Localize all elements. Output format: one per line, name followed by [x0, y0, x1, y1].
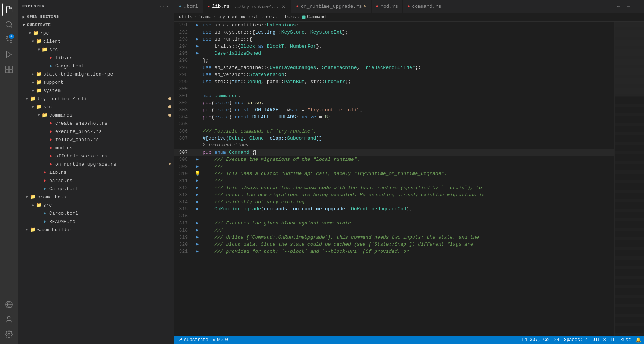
offchain-worker-label: offchain_worker.rs: [55, 153, 107, 159]
sidebar-item-cargo-try[interactable]: ▶ ● Cargo.toml: [18, 185, 174, 193]
source-control-icon[interactable]: 4: [2, 33, 16, 46]
support-label: support: [43, 80, 64, 85]
sidebar-item-system[interactable]: ▶ 📁 system: [18, 86, 174, 95]
sidebar-item-src-client[interactable]: ▼ 📁 src: [18, 45, 174, 54]
sidebar-item-cargo-client[interactable]: ▶ ● Cargo.toml: [18, 62, 174, 70]
open-editors-section[interactable]: ▶ OPEN EDITORS: [18, 13, 174, 21]
code-content-300: [201, 85, 614, 92]
sidebar-item-try-runtime[interactable]: ▼ 📁 try-runtime / cli: [18, 95, 174, 103]
sidebar-item-commands[interactable]: ▼ 📁 commands: [18, 111, 174, 119]
state-trie-label: state-trie-migration-rpc: [43, 71, 113, 77]
commands-label: commands: [49, 112, 72, 118]
code-line-321: 319 ▶ /// Unlike [`Command::OnRuntimeUpg…: [174, 234, 614, 241]
tab-mod-rs[interactable]: ● mod.rs: [372, 0, 403, 13]
breadcrumb-command[interactable]: Command: [307, 15, 326, 20]
sidebar-item-prometheus[interactable]: ▼ 📁 prometheus: [18, 193, 174, 201]
status-spaces[interactable]: Spaces: 4: [564, 337, 588, 343]
sidebar-item-state-trie[interactable]: ▶ 📁 state-trie-migration-rpc: [18, 70, 174, 78]
sidebar-item-parse-rs[interactable]: ▶ ● parse.rs: [18, 176, 174, 185]
line-num-294: 294: [174, 43, 194, 50]
cargo-client-label: Cargo.toml: [55, 63, 84, 69]
sidebar-item-src-prometheus[interactable]: ▶ 📁 src: [18, 201, 174, 209]
run-icon[interactable]: [2, 48, 16, 61]
breadcrumb-try-runtime[interactable]: try-runtime: [217, 15, 246, 20]
sidebar-item-follow-chain[interactable]: ▶ ● follow_chain.rs: [18, 136, 174, 144]
lightbulb-icon[interactable]: 💡: [195, 170, 201, 177]
line-num-310: 308: [174, 156, 194, 163]
gutter-295: ▶: [194, 50, 201, 57]
tab-on-runtime[interactable]: ● on_runtime_upgrade.rs M: [291, 0, 371, 13]
status-encoding[interactable]: UTF-8: [593, 337, 606, 343]
sidebar-item-lib-rs-client[interactable]: ▶ ● lib.rs: [18, 54, 174, 62]
lib-rs-tab-label: lib.rs: [212, 4, 230, 9]
split-editor-right-btn[interactable]: →: [624, 2, 633, 11]
lib-rs-client-icon: ●: [48, 55, 54, 61]
settings-icon[interactable]: [2, 328, 16, 341]
breadcrumb-frame[interactable]: frame: [198, 15, 211, 20]
extensions-icon[interactable]: [2, 63, 16, 76]
sidebar-item-on-runtime-upgrade[interactable]: ▶ ● on_runtime_upgrade.rs M: [18, 160, 174, 168]
breadcrumb-lib-rs[interactable]: lib.rs: [280, 15, 296, 20]
arrow-320: ▶: [196, 227, 199, 234]
sidebar: EXPLORER ··· ▶ OPEN EDITORS ▼ SUBSTRATE …: [18, 0, 174, 344]
status-language[interactable]: Rust: [620, 337, 631, 343]
sidebar-menu-button[interactable]: ···: [158, 3, 170, 10]
arrow-311: ▶: [196, 163, 199, 170]
code-line-322: 320 ▶ /// block data. Since the state co…: [174, 241, 614, 248]
sidebar-item-wasm-builder[interactable]: ▶ 📁 wasm-builder: [18, 226, 174, 234]
breadcrumb-src[interactable]: src: [266, 15, 274, 20]
sidebar-item-readme-prometheus[interactable]: ▶ ● README.md: [18, 217, 174, 226]
remote-icon[interactable]: [2, 298, 16, 311]
lib-rs-tab-close[interactable]: ✕: [281, 4, 287, 10]
breadcrumb-command-container: Command: [302, 15, 326, 20]
tab-lib-rs[interactable]: ● lib.rs .../try-runtime/... ✕: [203, 0, 292, 13]
account-icon[interactable]: [2, 313, 16, 326]
line-num-307: 307: [174, 135, 194, 142]
gutter-310: ▶: [194, 156, 201, 163]
status-errors[interactable]: ⊗ 0 ⚠ 0: [213, 337, 228, 343]
sidebar-item-execute-block[interactable]: ▶ ● execute_block.rs: [18, 127, 174, 136]
sidebar-item-mod-rs[interactable]: ▶ ● mod.rs: [18, 144, 174, 152]
client-label: client: [43, 39, 61, 44]
search-icon[interactable]: [2, 18, 16, 31]
code-line-318: 316: [174, 213, 614, 220]
src-try-modified: [168, 105, 171, 108]
code-line-307: 307 #[derive(Debug, Clone, clap::Subcomm…: [174, 135, 614, 142]
breadcrumb-command-icon: [302, 15, 306, 19]
code-line-299: 299 use std::{fmt::Debug, path::PathBuf,…: [174, 78, 614, 85]
code-content-313: ///: [201, 177, 614, 184]
line-num-311: 309: [174, 163, 194, 170]
sidebar-item-create-snapshot[interactable]: ▶ ● create_snapshot.rs: [18, 119, 174, 127]
lib-rs-tab-path: .../try-runtime/...: [232, 4, 278, 9]
tab-toml[interactable]: ● .toml: [174, 0, 203, 13]
status-cursor[interactable]: Ln 307, Col 24: [522, 337, 559, 343]
sidebar-item-src-try[interactable]: ▼ 📁 src: [18, 103, 174, 111]
status-feedback[interactable]: 🔔: [635, 337, 641, 343]
minimap-content: [615, 22, 644, 336]
mod-rs-label: mod.rs: [55, 145, 73, 151]
sidebar-item-client[interactable]: ▼ 📁 client: [18, 37, 174, 45]
sidebar-item-support[interactable]: ▶ 📁 support: [18, 78, 174, 86]
src-client-chevron: ▼: [36, 47, 42, 52]
src-prometheus-icon: 📁: [36, 202, 42, 208]
substrate-section[interactable]: ▼ SUBSTRATE: [18, 21, 174, 29]
status-line-ending[interactable]: LF: [610, 337, 616, 343]
code-editor[interactable]: 291 ▶ use sp_externalities::Extensions; …: [174, 22, 614, 336]
sidebar-item-cargo-prometheus[interactable]: ▶ ● Cargo.toml: [18, 209, 174, 217]
breadcrumb-cli[interactable]: cli: [252, 15, 261, 20]
split-editor-left-btn[interactable]: ←: [614, 2, 623, 11]
line-num-312: 310: [174, 170, 194, 177]
system-label: system: [43, 88, 61, 93]
tab-command-rs[interactable]: ● command.rs: [403, 0, 446, 13]
breadcrumb-utils[interactable]: utils: [179, 15, 192, 20]
create-snapshot-label: create_snapshot.rs: [55, 121, 107, 126]
sidebar-item-lib-rs-try[interactable]: ▶ ● lib.rs: [18, 168, 174, 176]
sidebar-item-rpc[interactable]: ▼ 📁 rpc: [18, 29, 174, 37]
sidebar-item-offchain-worker[interactable]: ▶ ● offchain_worker.rs: [18, 152, 174, 160]
svg-point-11: [7, 316, 10, 319]
files-icon[interactable]: [2, 3, 16, 16]
status-branch[interactable]: ⎇ substrate: [177, 337, 208, 343]
code-content-315: /// ensure the new migrations are being …: [201, 191, 614, 198]
more-actions-btn[interactable]: ···: [634, 2, 643, 11]
code-content-294: traits::{Block as BlockT, NumberFor},: [201, 43, 614, 50]
